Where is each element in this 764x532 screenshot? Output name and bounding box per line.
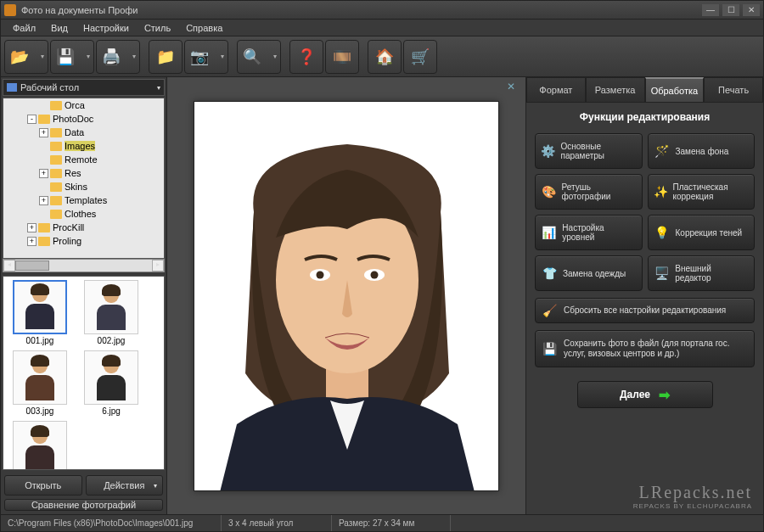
- preview-close-button[interactable]: ✕: [507, 81, 519, 92]
- func-button[interactable]: 🎨Ретушь фотографии: [535, 174, 643, 210]
- thumbnail[interactable]: 002.jpg: [78, 280, 144, 345]
- func-button[interactable]: 👕Замена одежды: [535, 255, 643, 291]
- maximize-button[interactable]: ☐: [722, 4, 739, 16]
- func-button[interactable]: 🪄Замена фона: [648, 133, 756, 169]
- reset-button[interactable]: 🧹 Сбросить все настройки редактирования: [535, 298, 755, 323]
- save-file-button[interactable]: 💾 Сохранить фото в файл (для портала гос…: [535, 330, 755, 367]
- toolbar-cart-button[interactable]: 🛒: [403, 40, 437, 74]
- title-bar: Фото на документы Профи — ☐ ✕: [1, 1, 763, 20]
- tree-expand-icon[interactable]: +: [27, 237, 37, 246]
- svg-point-6: [371, 271, 379, 278]
- tree-item[interactable]: Skins: [3, 180, 164, 193]
- tree-item-label: Templates: [65, 195, 107, 205]
- scroll-right-button[interactable]: ▸: [152, 260, 164, 272]
- func-icon: 👕: [541, 265, 558, 282]
- toolbar-save-button[interactable]: 💾: [50, 40, 94, 74]
- next-button[interactable]: Далее ➡: [577, 381, 713, 408]
- tree-item[interactable]: +Res: [3, 166, 164, 180]
- func-button[interactable]: 💡Коррекция теней: [648, 215, 756, 250]
- menu-style[interactable]: Стиль: [138, 21, 177, 35]
- func-button[interactable]: 📊Настройка уровней: [535, 215, 643, 250]
- thumbnail-image: [13, 421, 67, 470]
- tree-item-label: Images: [65, 141, 95, 151]
- minimize-button[interactable]: —: [702, 4, 719, 16]
- thumbnail[interactable]: 003.jpg: [7, 350, 73, 416]
- scroll-left-button[interactable]: ◂: [3, 260, 15, 272]
- folder-icon: [50, 210, 62, 219]
- tree-item-label: Orca: [65, 100, 85, 110]
- toolbar-print-button[interactable]: 🖨️: [96, 40, 140, 74]
- tab-формат[interactable]: Формат: [526, 77, 586, 102]
- menu-file[interactable]: Файл: [6, 21, 42, 35]
- tab-обработка[interactable]: Обработка: [645, 77, 705, 102]
- thumbnail-image: [13, 280, 67, 334]
- toolbar-open-button[interactable]: 📂: [4, 40, 48, 74]
- func-label: Настройка уровней: [562, 223, 636, 242]
- tree-expand-icon[interactable]: -: [27, 115, 37, 124]
- tree-expand-icon[interactable]: +: [39, 128, 48, 137]
- func-button[interactable]: ⚙️Основные параметры: [535, 133, 643, 169]
- tree-item-label: Clothes: [65, 209, 96, 219]
- tab-печать[interactable]: Печать: [704, 77, 763, 102]
- thumbnail-image: [13, 350, 67, 405]
- menu-help[interactable]: Справка: [179, 21, 229, 35]
- folder-icon: [50, 182, 62, 192]
- thumbnail-label: 001.jpg: [26, 336, 54, 345]
- right-panel: ФорматРазметкаОбработкаПечать Функции ре…: [525, 77, 763, 514]
- toolbar: 📂 💾 🖨️ 📁 📷 🔍 ❓ 🎞️ 🏠 🛒: [1, 36, 763, 77]
- tree-item[interactable]: +ProcKill: [3, 221, 164, 234]
- tree-item[interactable]: Images: [3, 139, 164, 153]
- app-icon: [4, 4, 16, 16]
- app-window: Фото на документы Профи — ☐ ✕ Файл Вид Н…: [0, 0, 764, 532]
- folder-tree[interactable]: Orca-PhotoDoc+DataImagesRemote+ResSkins+…: [3, 98, 165, 259]
- toolbar-video-button[interactable]: 🎞️: [325, 40, 359, 74]
- actions-button[interactable]: Действия: [86, 475, 164, 496]
- func-icon: 🖥️: [654, 265, 671, 282]
- tree-scrollbar[interactable]: ◂ ▸: [3, 259, 165, 272]
- tree-expand-icon[interactable]: +: [39, 169, 48, 178]
- app-title: Фото на документы Профи: [21, 5, 702, 15]
- close-window-button[interactable]: ✕: [743, 4, 760, 16]
- scroll-track[interactable]: [15, 260, 152, 272]
- func-label: Внешний редактор: [675, 264, 749, 283]
- toolbar-source-file-button[interactable]: 📁: [149, 40, 183, 74]
- folder-selector[interactable]: Рабочий стол ▾: [3, 79, 165, 96]
- compare-button[interactable]: Сравнение фотографий: [4, 499, 163, 511]
- func-label: Замена одежды: [563, 269, 626, 278]
- menu-view[interactable]: Вид: [44, 21, 75, 35]
- svg-point-4: [317, 271, 324, 278]
- tree-item[interactable]: Orca: [3, 98, 164, 112]
- save-icon: 💾: [542, 342, 557, 356]
- menu-settings[interactable]: Настройки: [76, 21, 136, 35]
- tree-item[interactable]: +Templates: [3, 193, 164, 207]
- toolbar-help-button[interactable]: ❓: [289, 40, 323, 74]
- func-label: Основные параметры: [561, 142, 637, 160]
- tree-item[interactable]: Clothes: [3, 207, 164, 221]
- open-button[interactable]: Открыть: [4, 475, 82, 496]
- tree-item[interactable]: +Proling: [3, 234, 164, 248]
- toolbar-home-button[interactable]: 🏠: [368, 40, 402, 74]
- tree-expand-icon[interactable]: +: [39, 196, 48, 205]
- tree-item-label: Remote: [65, 154, 98, 165]
- func-button[interactable]: 🖥️Внешний редактор: [648, 255, 756, 291]
- photo-portrait: [194, 102, 499, 491]
- thumbnail[interactable]: 9.jpg: [7, 421, 73, 470]
- thumbnail[interactable]: 001.jpg: [7, 280, 73, 345]
- tree-item[interactable]: +Data: [3, 126, 164, 139]
- tree-item[interactable]: -PhotoDoc: [3, 112, 164, 126]
- thumbnail-list: 001.jpg002.jpg003.jpg6.jpg9.jpg: [3, 276, 165, 470]
- tree-expand-icon[interactable]: +: [27, 223, 37, 232]
- arrow-right-icon: ➡: [659, 387, 670, 403]
- preview-area: ✕: [167, 77, 525, 514]
- toolbar-zoom-button[interactable]: 🔍: [237, 40, 281, 74]
- func-button[interactable]: ✨Пластическая коррекция: [648, 174, 756, 210]
- func-label: Пластическая коррекция: [673, 182, 750, 201]
- scroll-thumb[interactable]: [15, 260, 49, 271]
- toolbar-camera-button[interactable]: 📷: [184, 40, 228, 74]
- tree-item[interactable]: Remote: [3, 153, 164, 166]
- tab-разметка[interactable]: Разметка: [586, 77, 645, 102]
- thumbnail[interactable]: 6.jpg: [78, 350, 144, 416]
- tree-item-label: Data: [65, 127, 84, 137]
- func-label: Коррекция теней: [676, 228, 743, 238]
- photo-preview[interactable]: [194, 101, 499, 491]
